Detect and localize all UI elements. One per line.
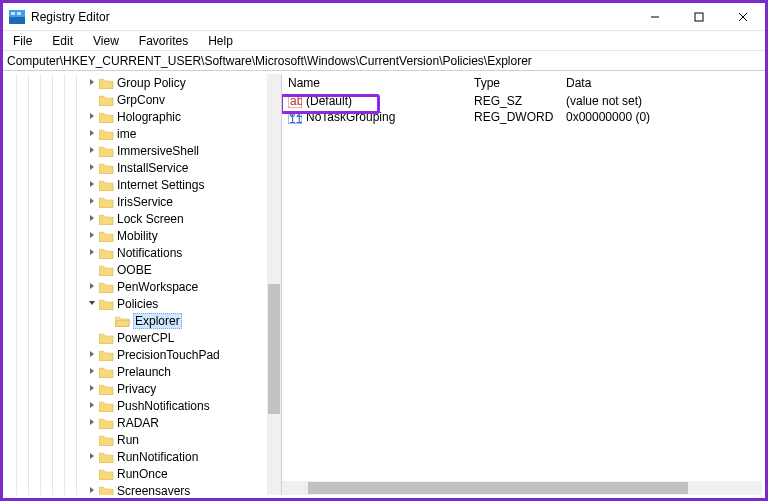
tree-node[interactable]: Prelaunch: [6, 363, 281, 380]
chevron-right-icon[interactable]: [86, 366, 98, 377]
menu-view[interactable]: View: [87, 33, 125, 49]
tree-scrollbar-thumb[interactable]: [268, 284, 280, 414]
tree-node[interactable]: ime: [6, 125, 281, 142]
svg-rect-3: [17, 12, 21, 15]
tree-node[interactable]: PrecisionTouchPad: [6, 346, 281, 363]
tree-node[interactable]: Run: [6, 431, 281, 448]
address-input[interactable]: [7, 54, 761, 68]
chevron-right-icon[interactable]: [86, 417, 98, 428]
close-button[interactable]: [721, 3, 765, 31]
tree-node[interactable]: Holographic: [6, 108, 281, 125]
chevron-right-icon[interactable]: [86, 451, 98, 462]
chevron-right-icon[interactable]: [86, 383, 98, 394]
tree-node[interactable]: GrpConv: [6, 91, 281, 108]
window-title: Registry Editor: [31, 10, 633, 24]
values-h-scrollbar-thumb[interactable]: [308, 482, 688, 494]
tree-node-label: IrisService: [117, 195, 173, 209]
chevron-down-icon[interactable]: [86, 298, 98, 309]
tree-node[interactable]: Group Policy: [6, 74, 281, 91]
chevron-right-icon[interactable]: [86, 247, 98, 258]
tree-node-label: Privacy: [117, 382, 156, 396]
tree-pane[interactable]: Group PolicyGrpConvHolographicimeImmersi…: [6, 74, 282, 495]
tree-node[interactable]: RADAR: [6, 414, 281, 431]
tree-node-label: PowerCPL: [117, 331, 174, 345]
tree-node-label: Run: [117, 433, 139, 447]
chevron-right-icon[interactable]: [86, 196, 98, 207]
values-body: (Default)REG_SZ(value not set)NoTaskGrou…: [288, 93, 762, 125]
tree-node-label: Notifications: [117, 246, 182, 260]
folder-icon: [99, 434, 114, 446]
values-header: Name Type Data: [288, 76, 762, 93]
tree-node[interactable]: Lock Screen: [6, 210, 281, 227]
menu-file[interactable]: File: [7, 33, 38, 49]
value-name: NoTaskGrouping: [306, 110, 395, 124]
chevron-right-icon[interactable]: [86, 349, 98, 360]
chevron-right-icon[interactable]: [86, 281, 98, 292]
chevron-right-icon[interactable]: [86, 213, 98, 224]
chevron-right-icon[interactable]: [86, 111, 98, 122]
tree-node-label: Mobility: [117, 229, 158, 243]
value-type: REG_DWORD: [474, 110, 566, 124]
tree-node[interactable]: ImmersiveShell: [6, 142, 281, 159]
folder-icon: [99, 247, 114, 259]
chevron-right-icon[interactable]: [86, 162, 98, 173]
tree-node-label: Policies: [117, 297, 158, 311]
minimize-button[interactable]: [633, 3, 677, 31]
chevron-right-icon[interactable]: [86, 128, 98, 139]
maximize-button[interactable]: [677, 3, 721, 31]
tree-node[interactable]: Notifications: [6, 244, 281, 261]
chevron-right-icon[interactable]: [86, 485, 98, 495]
folder-icon: [99, 349, 114, 361]
svg-rect-1: [9, 17, 25, 24]
menu-edit[interactable]: Edit: [46, 33, 79, 49]
tree-node[interactable]: PenWorkspace: [6, 278, 281, 295]
chevron-right-icon[interactable]: [86, 77, 98, 88]
tree-node[interactable]: Screensavers: [6, 482, 281, 495]
tree-node[interactable]: PushNotifications: [6, 397, 281, 414]
tree-node-label: Internet Settings: [117, 178, 204, 192]
folder-icon: [99, 111, 114, 123]
folder-icon: [99, 77, 114, 89]
tree-node[interactable]: RunOnce: [6, 465, 281, 482]
folder-icon: [99, 264, 114, 276]
folder-open-icon: [115, 315, 130, 327]
value-name: (Default): [306, 94, 352, 108]
tree-node-label: PrecisionTouchPad: [117, 348, 220, 362]
values-h-scrollbar[interactable]: [282, 481, 762, 495]
tree-node[interactable]: OOBE: [6, 261, 281, 278]
menu-favorites[interactable]: Favorites: [133, 33, 194, 49]
tree-node-label: Group Policy: [117, 76, 186, 90]
tree-node[interactable]: PowerCPL: [6, 329, 281, 346]
reg-binary-icon: [288, 111, 302, 124]
tree-node[interactable]: InstallService: [6, 159, 281, 176]
tree-node[interactable]: Privacy: [6, 380, 281, 397]
value-row[interactable]: (Default)REG_SZ(value not set): [288, 93, 762, 109]
column-header-name[interactable]: Name: [288, 76, 474, 90]
chevron-right-icon[interactable]: [86, 230, 98, 241]
menubar: File Edit View Favorites Help: [3, 31, 765, 51]
tree-node[interactable]: IrisService: [6, 193, 281, 210]
folder-icon: [99, 417, 114, 429]
reg-string-icon: [288, 95, 302, 108]
tree-node[interactable]: Policies: [6, 295, 281, 312]
tree-node[interactable]: Mobility: [6, 227, 281, 244]
column-header-data[interactable]: Data: [566, 76, 762, 90]
value-row[interactable]: NoTaskGroupingREG_DWORD0x00000000 (0): [288, 109, 762, 125]
tree-node-label: GrpConv: [117, 93, 165, 107]
window-controls: [633, 3, 765, 31]
tree-scrollbar[interactable]: [267, 74, 281, 495]
tree-node[interactable]: Internet Settings: [6, 176, 281, 193]
chevron-right-icon[interactable]: [86, 179, 98, 190]
column-header-type[interactable]: Type: [474, 76, 566, 90]
folder-icon: [99, 485, 114, 496]
tree-node-label: Explorer: [133, 313, 182, 329]
values-pane[interactable]: Name Type Data (Default)REG_SZ(value not…: [282, 74, 762, 495]
address-bar: [3, 51, 765, 71]
menu-help[interactable]: Help: [202, 33, 239, 49]
folder-icon: [99, 383, 114, 395]
tree-node[interactable]: RunNotification: [6, 448, 281, 465]
tree-node[interactable]: Explorer: [6, 312, 281, 329]
tree-node-label: Prelaunch: [117, 365, 171, 379]
chevron-right-icon[interactable]: [86, 400, 98, 411]
chevron-right-icon[interactable]: [86, 145, 98, 156]
